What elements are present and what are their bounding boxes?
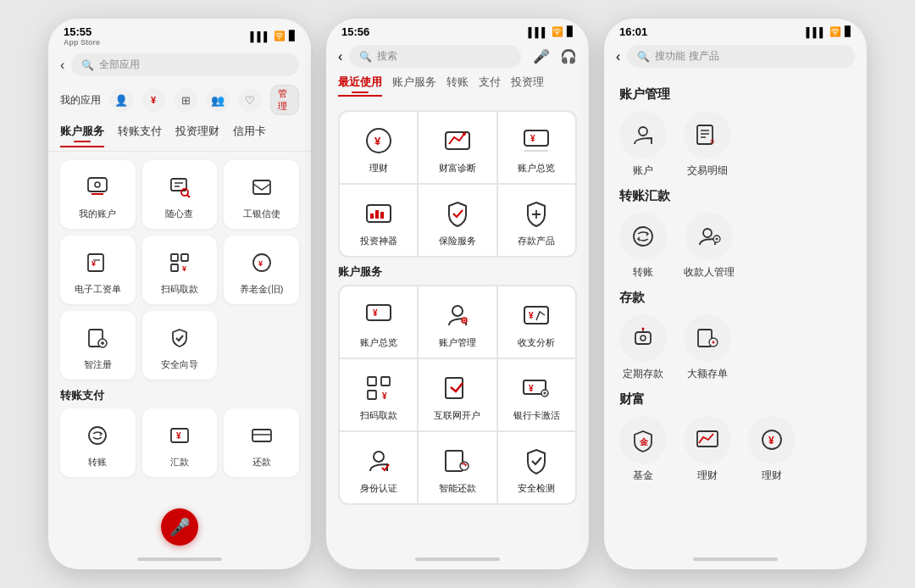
phone2-cell-caifuzhenduan[interactable]: 财富诊断 <box>419 112 496 183</box>
phone1-tab-transfer[interactable]: 转账支付 <box>118 124 162 147</box>
phone3-wealth-row: 金 基金 理财 ¥ 理财 <box>619 416 851 483</box>
phone1-mic-fab[interactable]: 🎤 <box>161 508 198 546</box>
phone3-licai2-icon: ¥ <box>748 416 796 463</box>
phone2-cardactivate-icon: ¥ <box>519 371 553 405</box>
phone1-tab-account[interactable]: 账户服务 <box>60 124 104 147</box>
phone1-app-icons: 👤 ¥ ⊞ 👥 ♡ <box>109 88 262 112</box>
grid-item-security[interactable]: 安全向导 <box>142 311 218 380</box>
phone3-transfer-icon <box>619 213 667 260</box>
phone2-cell-securitycheck[interactable]: 安全检测 <box>498 432 575 503</box>
phone2-back-button[interactable]: ‹ <box>338 49 342 64</box>
svg-rect-12 <box>171 254 178 261</box>
phone1-app-icon-person[interactable]: 👤 <box>109 88 133 112</box>
phone2-cell-licai[interactable]: ¥ 理财 <box>340 112 417 183</box>
grid-item-pension[interactable]: ¥ 养老金(旧) <box>224 236 299 304</box>
grid-item-register[interactable]: 智注册 <box>60 311 136 380</box>
phone3-item-fund[interactable]: 金 基金 <box>619 416 667 483</box>
phone2-recent-grid: ¥ 理财 财富诊断 ¥ 账户总览 <box>338 110 577 258</box>
phone2-income-icon: ¥ <box>519 298 553 332</box>
svg-text:¥: ¥ <box>382 391 387 401</box>
svg-rect-29 <box>446 132 469 149</box>
phone2-home-indicator <box>326 552 589 569</box>
phone2-cell-touziqi[interactable]: 投资神器 <box>340 185 417 256</box>
pension-icon: ¥ <box>247 247 277 278</box>
svg-point-42 <box>452 306 463 316</box>
phone2-cell-acctmgmt[interactable]: 账户管理 <box>419 286 496 358</box>
phone1-tab-invest[interactable]: 投资理财 <box>175 124 219 147</box>
phone1-search-bar[interactable]: 🔍 全部应用 <box>71 53 299 76</box>
grid-item-remit[interactable]: ¥ 汇款 <box>142 408 218 477</box>
phone1-section2-title: 转账支付 <box>60 388 299 403</box>
phone2-cardactivate-label: 银行卡激活 <box>513 409 560 422</box>
phone1-app-icon-person2[interactable]: 👥 <box>206 88 230 112</box>
phone3-fund-label: 基金 <box>633 469 653 483</box>
phone2-tab-transfer[interactable]: 转账 <box>446 75 469 97</box>
phone2-cell-account-overview[interactable]: ¥ 账户总览 <box>498 112 575 183</box>
phone2-touziqi-label: 投资神器 <box>360 235 397 247</box>
phone3-transaction-icon: ≡ <box>684 111 731 158</box>
phone3-item-payee[interactable]: 收款人管理 <box>684 213 735 280</box>
phone3-fixeddeposit-icon <box>619 314 667 362</box>
phone2-cell-insurance[interactable]: 保险服务 <box>419 185 496 256</box>
phone2-cell-acctoverview2[interactable]: ¥ 账户总览 <box>340 286 417 358</box>
phone3-item-fixeddeposit[interactable]: 定期存款 <box>619 314 667 381</box>
creditpay-icon <box>247 420 277 451</box>
phone2-mic-icon[interactable]: 🎤 <box>533 48 550 64</box>
grid-item-gongyinxinshi[interactable]: 工银信使 <box>224 160 299 229</box>
phone1-back-button[interactable]: ‹ <box>60 58 64 73</box>
phone3-item-wealth[interactable]: 理财 <box>684 416 731 483</box>
phone1-app-icon-heart[interactable]: ♡ <box>238 88 262 112</box>
phone3-payee-label: 收款人管理 <box>684 265 735 280</box>
phone2-cell-deposit[interactable]: 存款产品 <box>498 185 575 256</box>
phone1-search-icon: 🔍 <box>81 59 94 71</box>
svg-point-22 <box>89 427 106 444</box>
phone1-manage-button[interactable]: 管理 <box>270 85 299 115</box>
phone2-tab-invest[interactable]: 投资理 <box>511 75 544 97</box>
phone3-back-button[interactable]: ‹ <box>616 49 620 64</box>
phone2-search-bar[interactable]: 🔍 搜索 <box>349 45 521 68</box>
phone3-search-text: 搜功能 搜产品 <box>655 49 718 64</box>
phone3-transfer-header: 转账汇款 <box>619 188 851 204</box>
phone1-app-icon-grid[interactable]: ⊞ <box>174 88 197 112</box>
svg-text:¥: ¥ <box>182 264 186 273</box>
phones-container: 15:55 App Store ▌▌▌ 🛜 ▊ ‹ 🔍 全部应用 我的应用 👤 … <box>31 2 884 586</box>
svg-point-30 <box>463 132 466 136</box>
phone2-tab-recent[interactable]: 最近使用 <box>338 75 382 97</box>
phone2-openacct-icon <box>441 371 474 405</box>
phone2-headset-icon[interactable]: 🎧 <box>560 48 577 64</box>
grid-item-creditpay[interactable]: 还款 <box>224 408 299 477</box>
phone3-account-label: 账户 <box>633 164 653 178</box>
phone3-item-transfer[interactable]: 转账 <box>619 213 667 280</box>
phone3-item-transaction[interactable]: ≡ 交易明细 <box>684 111 731 178</box>
grid-item-suixincha[interactable]: 随心查 <box>142 160 218 229</box>
phone2-cell-income[interactable]: ¥ 收支分析 <box>498 286 575 358</box>
svg-text:¥: ¥ <box>530 134 535 143</box>
phone3-item-licai2[interactable]: ¥ 理财 <box>748 416 796 483</box>
phone2-status-icons: ▌▌▌ 🛜 ▊ <box>529 26 574 37</box>
grid-item-transfer[interactable]: 转账 <box>60 408 136 477</box>
grid-item-myaccount[interactable]: 我的账户 <box>60 160 136 229</box>
svg-text:¥: ¥ <box>374 135 381 147</box>
grid-item-salary[interactable]: ¥ 电子工资单 <box>60 236 136 304</box>
phone3-search-bar[interactable]: 🔍 搜功能 搜产品 <box>627 45 855 68</box>
phone1-battery-icon: ▊ <box>289 31 296 42</box>
phone2-cell-identity[interactable]: 身份认证 <box>340 432 417 503</box>
svg-point-2 <box>95 182 100 187</box>
phone2-cell-scanwithdraw[interactable]: ¥ 扫码取款 <box>340 359 417 430</box>
phone1-tab-credit[interactable]: 信用卡 <box>233 124 266 147</box>
phone3-item-account[interactable]: 账户 <box>619 111 667 178</box>
phone1-app-icon-coin[interactable]: ¥ <box>141 88 165 112</box>
phone1-section-content: 我的账户 随心查 工银信使 ¥ <box>48 152 311 552</box>
phone2-tab-pay[interactable]: 支付 <box>479 75 501 97</box>
phone1-nav: ‹ 🔍 全部应用 <box>48 50 311 81</box>
phone3-item-largedeposit[interactable]: 大额存单 <box>684 314 731 381</box>
phone2-section2-title: 账户服务 <box>338 264 577 280</box>
phone2-tab-account[interactable]: 账户服务 <box>392 75 436 97</box>
phone1-search-text: 全部应用 <box>99 58 140 72</box>
register-icon <box>82 323 113 353</box>
phone2-cell-smartrepay[interactable]: 智能还款 <box>419 432 496 503</box>
phone2-cell-openacct[interactable]: 互联网开户 <box>419 359 496 430</box>
phone2-cell-cardactivate[interactable]: ¥ 银行卡激活 <box>498 359 575 430</box>
phone3-section-content: 账户管理 账户 ≡ 交易明细 转账汇款 <box>604 73 867 552</box>
grid-item-scanpay[interactable]: ¥ 扫码取款 <box>142 236 218 304</box>
